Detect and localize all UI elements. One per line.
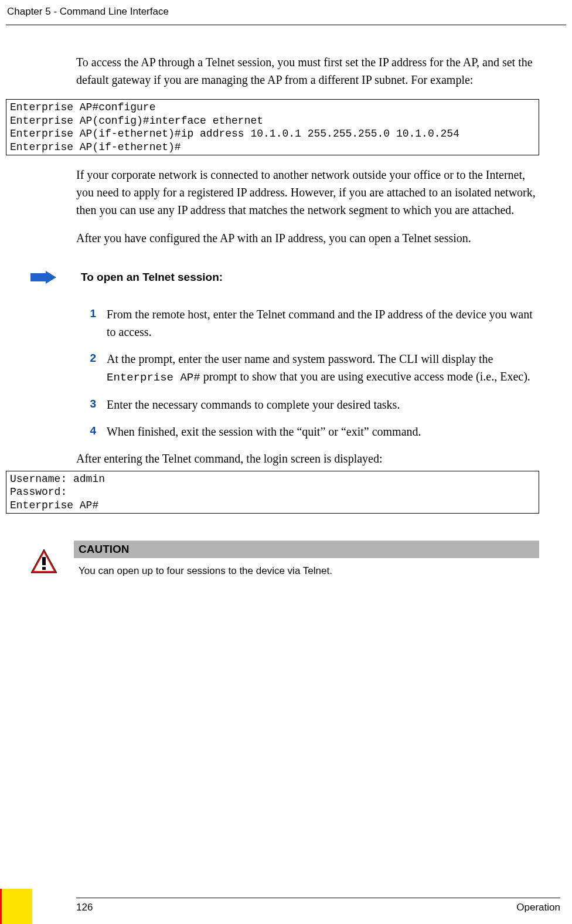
procedure-title: To open an Telnet session: [81, 271, 223, 284]
step-text-suffix: prompt to show that you are using execut… [200, 370, 530, 383]
step-item: 3 Enter the necessary commands to comple… [76, 396, 539, 413]
step-text: When finished, exit the session with the… [107, 423, 539, 440]
margin-stripe [0, 889, 32, 924]
step-text-mono: Enterprise AP# [107, 371, 200, 384]
svg-rect-4 [42, 567, 46, 570]
arrow-icon [30, 269, 56, 286]
procedure-heading-row: To open an Telnet session: [30, 269, 539, 286]
step-number: 3 [76, 396, 107, 413]
footer-rule [76, 898, 560, 898]
caution-body: CAUTION You can open up to four sessions… [74, 541, 539, 584]
step-text: At the prompt, enter the user name and s… [107, 350, 539, 386]
code-block-login: Username: admin Password: Enterprise AP# [6, 471, 539, 514]
paragraph-telnet-open: After you have configured the AP with an… [76, 229, 539, 247]
footer-row: 126 Operation [0, 902, 566, 913]
step-text-prefix: At the prompt, enter the user name and s… [107, 352, 493, 365]
paragraph-network: If your corporate network is connected t… [76, 166, 539, 219]
chapter-header: Chapter 5 - Command Line Interface [0, 6, 572, 22]
main-content: To access the AP through a Telnet sessio… [0, 25, 572, 584]
svg-rect-3 [42, 557, 46, 565]
paragraph-login-screen: After entering the Telnet command, the l… [76, 450, 539, 467]
footer: 126 Operation [0, 898, 566, 913]
intro-paragraph: To access the AP through a Telnet sessio… [76, 53, 539, 89]
step-text: Enter the necessary commands to complete… [107, 396, 539, 413]
step-number: 4 [76, 423, 107, 440]
page-number: 126 [76, 902, 93, 913]
section-label: Operation [516, 902, 560, 913]
caution-text: You can open up to four sessions to the … [74, 558, 539, 584]
step-item: 1 From the remote host, enter the Telnet… [76, 305, 539, 341]
caution-block: CAUTION You can open up to four sessions… [30, 541, 539, 584]
steps-list: 1 From the remote host, enter the Telnet… [76, 305, 539, 440]
svg-marker-0 [30, 271, 56, 284]
step-number: 2 [76, 350, 107, 386]
step-item: 4 When finished, exit the session with t… [76, 423, 539, 440]
caution-heading: CAUTION [74, 541, 539, 558]
step-item: 2 At the prompt, enter the user name and… [76, 350, 539, 386]
warning-icon [30, 548, 57, 575]
step-number: 1 [76, 305, 107, 341]
code-block-configure: Enterprise AP#configure Enterprise AP(co… [6, 99, 539, 155]
step-text: From the remote host, enter the Telnet c… [107, 305, 539, 341]
